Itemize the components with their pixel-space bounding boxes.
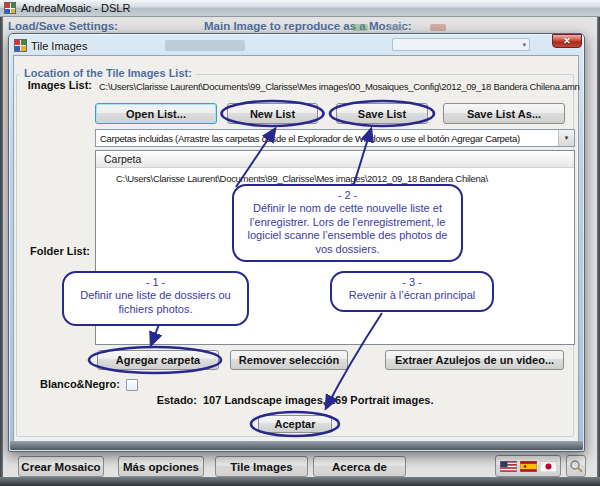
tile-images-button[interactable]: Tile Images [215,456,308,477]
images-list-path: C:\Users\Clarisse Laurent\Documents\99_C… [99,81,580,92]
app-icon [4,2,16,14]
callout-3-text: Revenir à l’écran principal [349,289,476,301]
estado-value: 107 Landscape images, 169 Portrait image… [203,394,434,406]
close-icon: ✕ [563,36,571,46]
extraer-azulejos-button[interactable]: Extraer Azulejos de un video... [385,350,564,370]
callout-3-number: - 3 - [340,276,484,289]
dialog-title: Tile Images [31,40,87,52]
aceptar-button[interactable]: Aceptar [258,415,332,433]
callout-2-text: Définir le nom de cette nouvelle liste e… [248,202,448,254]
callout-1-number: - 1 - [72,276,239,289]
dialog-icon [14,39,27,52]
list-item[interactable]: C:\Users\Clarisse Laurent\Documents\99_C… [96,168,574,184]
search-button[interactable] [566,455,586,477]
spain-flag-icon [520,461,537,472]
callout-step-1: - 1 - Definir une liste de dossiers ou f… [62,271,249,326]
screenshot-root: AndreaMosaic - DSLR Load/Save Settings: … [0,0,600,486]
callout-step-2: - 2 - Définir le nom de cette nouvelle l… [232,184,463,262]
dialog-close-button[interactable]: ✕ [552,34,582,48]
load-save-settings-label: Load/Save Settings: [8,20,118,32]
magnifier-icon [569,459,583,473]
crear-mosaico-button[interactable]: Crear Mosaico [18,456,104,477]
save-list-button[interactable]: Save List [336,103,428,124]
new-list-button[interactable]: New List [227,103,318,124]
acerca-de-button[interactable]: Acerca de [313,456,406,477]
callout-2-number: - 2 - [242,189,453,202]
images-list-label: Images List: [16,79,92,91]
open-list-button[interactable]: Open List... [95,103,217,124]
agregar-carpeta-button[interactable]: Agregar carpeta [97,350,219,370]
ghost-green-chip [352,24,368,31]
window-border-bottom [0,477,600,486]
groupbox-title: Location of the Tile Images List: [20,67,196,79]
folder-list-label: Folder List: [12,245,90,257]
blanco-negro-checkbox[interactable] [126,379,138,391]
language-flags-button[interactable] [495,455,561,477]
titlebar-ghost-shape [165,40,245,51]
remover-seleccion-button[interactable]: Remover selección [230,350,348,370]
list-column-header[interactable]: Carpeta [96,151,574,168]
mas-opciones-button[interactable]: Más opciones [118,456,204,477]
save-list-as-button[interactable]: Save List As... [443,103,565,124]
callout-1-text: Definir une liste de dossiers ou fichier… [80,289,230,314]
us-flag-icon [500,461,517,472]
estado-label: Estado: [20,394,197,406]
ghost-gray-chip [388,24,404,31]
combobox-value: Carpetas incluidas (Arrastre las carpeta… [96,133,558,144]
callout-step-3: - 3 - Revenir à l’écran principal [330,271,494,312]
main-image-label: Main Image to reproduce as a Mosaic: [204,20,412,32]
japan-flag-icon [540,461,557,472]
folder-mode-combobox[interactable]: Carpetas incluidas (Arrastre las carpeta… [95,129,575,147]
chevron-down-icon[interactable]: ▼ [558,130,574,146]
titlebar-ghost-dropdown: ▾ [392,38,530,51]
blanco-negro-label: Blanco&Negro: [20,378,120,390]
ghost-red-chip [430,24,446,31]
window-border-left [0,17,3,486]
main-window-title: AndreaMosaic - DSLR [21,2,130,14]
dialog-bottom-border [10,441,583,450]
